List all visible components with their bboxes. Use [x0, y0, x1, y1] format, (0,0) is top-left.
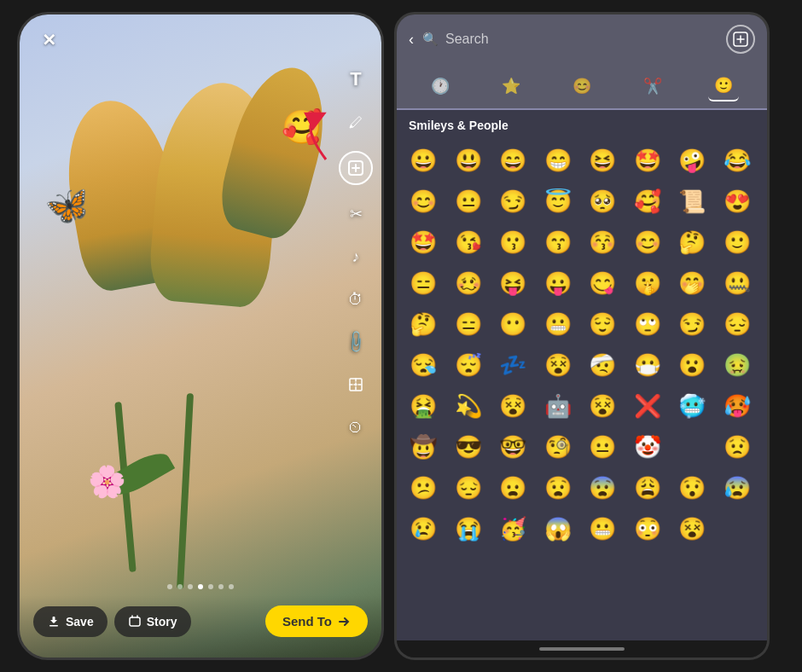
- emoji-zany[interactable]: 🤪: [672, 141, 712, 180]
- emoji-sleepy[interactable]: 😪: [404, 345, 443, 385]
- crop-tool-button[interactable]: [342, 371, 369, 398]
- emoji-frowning[interactable]: 😦: [493, 468, 532, 507]
- emoji-cold[interactable]: 🥶: [672, 386, 712, 426]
- emoji-relieved[interactable]: 😌: [583, 304, 622, 344]
- emoji-kissing-smiling[interactable]: 😙: [538, 223, 578, 262]
- emoji-x-eyes[interactable]: 😵: [583, 386, 622, 426]
- scissors-tool-button[interactable]: ✂: [342, 200, 369, 228]
- emoji-monocle[interactable]: 🧐: [538, 427, 578, 466]
- category-scissors[interactable]: ✂️: [637, 71, 668, 101]
- emoji-confused[interactable]: 😕: [404, 468, 443, 507]
- emoji-upside[interactable]: 🙂: [718, 223, 757, 262]
- back-button[interactable]: ‹: [409, 31, 414, 49]
- music-tool-button[interactable]: ♪: [342, 243, 369, 270]
- emoji-rolling-eyes[interactable]: 🙄: [628, 304, 667, 344]
- emoji-scroll[interactable]: 📜: [672, 182, 712, 221]
- emoji-kissing-closed[interactable]: 😚: [583, 223, 622, 262]
- link-tool-button[interactable]: 📎: [336, 322, 375, 361]
- emoji-grinning[interactable]: 😀: [404, 141, 443, 180]
- emoji-flushed[interactable]: 😳: [628, 509, 667, 548]
- emoji-blush[interactable]: 😊: [404, 182, 443, 221]
- emoji-mask[interactable]: 😷: [628, 345, 667, 385]
- emoji-shushing[interactable]: 🤫: [628, 264, 667, 303]
- send-to-button[interactable]: Send To: [265, 605, 368, 637]
- emoji-dizzy[interactable]: 😵: [538, 345, 578, 385]
- emoji-robot[interactable]: 🤖: [538, 386, 578, 426]
- emoji-grimacing2[interactable]: 😬: [583, 509, 622, 548]
- emoji-expressionless[interactable]: 😑: [449, 304, 488, 344]
- emoji-muted[interactable]: 🤐: [718, 264, 757, 303]
- emoji-thinking-face[interactable]: 🤔: [672, 223, 712, 262]
- emoji-sweating[interactable]: 😰: [718, 468, 757, 507]
- emoji-smirk2[interactable]: 😏: [672, 304, 712, 344]
- emoji-zzz[interactable]: 💤: [493, 345, 532, 385]
- sticker-tool-button[interactable]: [339, 151, 373, 185]
- emoji-loudly-crying[interactable]: 😭: [449, 509, 488, 548]
- emoji-anguished[interactable]: 😧: [538, 468, 578, 507]
- emoji-no-mouth[interactable]: 😶: [493, 304, 532, 344]
- emoji-smiley[interactable]: 😃: [449, 141, 488, 180]
- emoji-skull[interactable]: 😵: [493, 386, 532, 426]
- category-recent[interactable]: 🕐: [425, 71, 456, 101]
- emoji-kissing[interactable]: 😗: [493, 223, 532, 262]
- emoji-starstruck[interactable]: 🤩: [628, 141, 667, 180]
- emoji-heart-eyes[interactable]: 😍: [718, 182, 757, 221]
- category-smileys[interactable]: 😊: [567, 71, 597, 101]
- emoji-grimacing[interactable]: 😬: [538, 304, 578, 344]
- emoji-grin[interactable]: 😁: [538, 141, 578, 180]
- emoji-sleeping[interactable]: 😴: [449, 345, 488, 385]
- emoji-party[interactable]: 🥳: [493, 509, 532, 548]
- emoji-crying[interactable]: 😢: [404, 509, 443, 548]
- emoji-hushed[interactable]: 😮: [672, 345, 712, 385]
- emoji-halo[interactable]: 😇: [538, 182, 578, 221]
- emoji-cowboy[interactable]: 🤠: [404, 427, 443, 466]
- category-favorites[interactable]: ⭐: [496, 71, 526, 101]
- emoji-scream[interactable]: 😱: [538, 509, 578, 548]
- emoji-rofl[interactable]: 😂: [718, 141, 757, 180]
- emoji-nerd[interactable]: 🤓: [493, 427, 532, 466]
- timer2-tool-button[interactable]: ⏲: [342, 414, 369, 441]
- emoji-heart-eyes-2[interactable]: 🥰: [628, 182, 667, 221]
- story-button[interactable]: Story: [114, 606, 191, 637]
- emoji-squinting[interactable]: 😝: [493, 264, 532, 303]
- emoji-neutral[interactable]: 😐: [449, 182, 488, 221]
- emoji-dizzy3[interactable]: 😵: [672, 509, 712, 548]
- emoji-sunglasses[interactable]: 😎: [449, 427, 488, 466]
- sticker-library-button[interactable]: [726, 25, 755, 54]
- emoji-starstruck2[interactable]: 🤩: [404, 223, 443, 262]
- emoji-pensive[interactable]: 😔: [718, 304, 757, 344]
- emoji-weary[interactable]: 😩: [628, 468, 667, 507]
- draw-tool-button[interactable]: [342, 108, 369, 136]
- emoji-hand-over-mouth[interactable]: 🤭: [672, 264, 712, 303]
- search-area[interactable]: 🔍 Search: [422, 32, 718, 47]
- emoji-pensive2[interactable]: 😔: [449, 468, 488, 507]
- category-active[interactable]: 🙂: [708, 71, 739, 101]
- butterfly-sticker[interactable]: 🦋: [42, 182, 93, 230]
- emoji-cross[interactable]: ❌: [628, 386, 667, 426]
- emoji-vomiting[interactable]: 🤮: [404, 386, 443, 426]
- text-tool-button[interactable]: T: [342, 66, 369, 93]
- emoji-blush2[interactable]: 😊: [628, 223, 667, 262]
- emoji-tongue[interactable]: 😛: [538, 264, 578, 303]
- emoji-kissing-heart[interactable]: 😘: [449, 223, 488, 262]
- emoji-pleading[interactable]: 🥺: [583, 182, 622, 221]
- emoji-woozy[interactable]: 🥴: [449, 264, 488, 303]
- timer-tool-button[interactable]: ⏱: [342, 286, 369, 313]
- emoji-neutral2[interactable]: 😑: [404, 264, 443, 303]
- emoji-worried[interactable]: 😟: [718, 427, 757, 466]
- save-button[interactable]: Save: [33, 606, 108, 637]
- emoji-fearful[interactable]: 😨: [583, 468, 622, 507]
- emoji-clown[interactable]: 🤡: [628, 427, 667, 466]
- close-button[interactable]: ✕: [33, 25, 64, 55]
- emoji-yum[interactable]: 😋: [583, 264, 622, 303]
- emoji-laughing[interactable]: 😆: [583, 141, 622, 180]
- emoji-smile[interactable]: 😄: [493, 141, 532, 180]
- emoji-dizzy2[interactable]: 💫: [449, 386, 488, 426]
- emoji-expressionless2[interactable]: 😐: [583, 427, 622, 466]
- emoji-hushed2[interactable]: 😯: [672, 468, 712, 507]
- emoji-thinking2[interactable]: 🤔: [404, 304, 443, 344]
- emoji-smirk[interactable]: 😏: [493, 182, 532, 221]
- flower-sticker[interactable]: 🌸: [88, 464, 126, 500]
- emoji-injured[interactable]: 🤕: [583, 345, 622, 385]
- emoji-nauseated[interactable]: 🤢: [718, 345, 757, 385]
